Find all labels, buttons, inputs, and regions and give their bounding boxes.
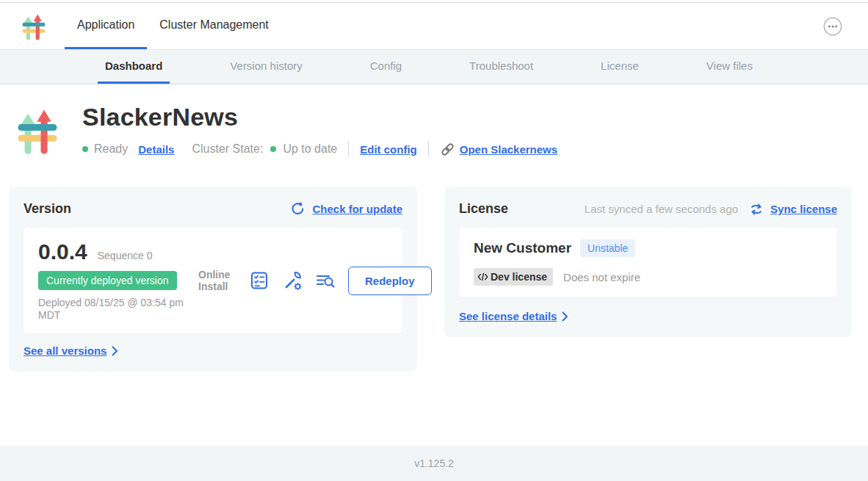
license-card: License Last synced a few seconds ago Sy… — [444, 187, 852, 337]
tab-cluster-management-label: Cluster Management — [159, 18, 269, 32]
app-status-dot — [82, 146, 88, 152]
sync-license-link[interactable]: Sync license — [770, 203, 837, 215]
app-head: SlackerNews Ready Details Cluster State:… — [9, 103, 861, 157]
subnav-config[interactable]: Config — [363, 50, 409, 84]
overflow-menu-icon[interactable] — [822, 16, 843, 37]
version-card: Version Check for update 0.0.4 Sequence … — [9, 187, 417, 372]
app-header: Application Cluster Management — [0, 3, 868, 50]
edit-config-link[interactable]: Edit config — [360, 143, 417, 156]
deployed-timestamp: Deployed 08/15/25 @ 03:54 pm MDT — [38, 297, 198, 322]
chevron-right-icon — [112, 346, 118, 356]
customer-name: New Customer — [474, 240, 571, 256]
subnav-troubleshoot[interactable]: Troubleshoot — [462, 50, 540, 84]
dashboard-cards: Version Check for update 0.0.4 Sequence … — [9, 187, 861, 372]
open-app-link[interactable]: Open Slackernews — [460, 143, 557, 156]
cluster-state-value: Up to date — [283, 142, 337, 156]
channel-badge: Unstable — [580, 239, 635, 257]
cluster-state-label: Cluster State: — [192, 142, 263, 156]
app-subnav: Dashboard Version history Config Trouble… — [0, 50, 868, 84]
see-license-details-link[interactable]: See license details — [459, 310, 557, 322]
license-card-title: License — [459, 201, 508, 217]
cluster-state-dot — [270, 146, 276, 152]
replicated-logo-icon — [21, 12, 47, 41]
license-details-panel: New Customer Unstable Dev license — [459, 228, 837, 297]
subnav-view-files[interactable]: View files — [699, 50, 760, 84]
version-actions: Online Install — [198, 267, 435, 295]
tab-application[interactable]: Application — [65, 3, 147, 49]
page-title: SlackerNews — [82, 103, 557, 131]
deployed-status-badge: Currently deployed version — [38, 271, 177, 290]
version-card-title: Version — [23, 201, 71, 217]
subnav-view-files-label: View files — [706, 59, 753, 72]
version-info: 0.0.4 Sequence 0 Currently deployed vers… — [38, 239, 198, 322]
tab-cluster-management[interactable]: Cluster Management — [147, 3, 281, 49]
check-for-update-link[interactable]: Check for update — [312, 203, 402, 215]
subnav-license-label: License — [601, 59, 639, 72]
divider — [348, 141, 349, 157]
app-status-row: Ready Details Cluster State: Up to date … — [82, 141, 557, 157]
status-details-link[interactable]: Details — [138, 143, 174, 156]
console-footer: v1.125.2 — [0, 446, 868, 481]
subnav-config-label: Config — [370, 59, 402, 72]
see-all-versions-link[interactable]: See all versions — [23, 344, 106, 357]
version-number: 0.0.4 — [38, 239, 87, 264]
divider — [428, 141, 429, 157]
version-sequence: Sequence 0 — [98, 250, 153, 261]
main-content: SlackerNews Ready Details Cluster State:… — [0, 84, 868, 446]
subnav-version-history[interactable]: Version history — [223, 50, 309, 84]
subnav-dashboard-label: Dashboard — [105, 59, 162, 72]
sync-arrows-icon[interactable] — [749, 202, 764, 217]
license-expiry: Does not expire — [563, 271, 640, 283]
slackernews-logo-icon — [15, 104, 60, 157]
check-update-refresh-icon[interactable] — [290, 201, 305, 217]
view-logs-magnifier-icon[interactable] — [315, 270, 336, 291]
tab-application-label: Application — [77, 18, 134, 32]
console-version: v1.125.2 — [414, 458, 454, 469]
preflight-checklist-icon[interactable] — [249, 270, 270, 291]
redeploy-button[interactable]: Redeploy — [348, 267, 432, 295]
subnav-dashboard[interactable]: Dashboard — [98, 50, 170, 84]
license-type-label: Dev license — [491, 271, 547, 283]
header-spacer — [281, 3, 822, 49]
app-status-text: Ready — [94, 142, 128, 156]
install-type-label: Online Install — [198, 269, 236, 292]
header-tabs: Application Cluster Management — [65, 3, 281, 49]
chevron-right-icon — [562, 311, 568, 322]
code-brackets-icon — [477, 272, 488, 281]
current-version-panel: 0.0.4 Sequence 0 Currently deployed vers… — [23, 228, 402, 333]
subnav-version-history-label: Version history — [230, 59, 302, 72]
subnav-troubleshoot-label: Troubleshoot — [469, 59, 533, 72]
license-type-badge: Dev license — [474, 268, 553, 286]
license-last-synced: Last synced a few seconds ago — [585, 203, 738, 215]
config-wrench-gear-icon[interactable] — [282, 270, 303, 291]
chain-link-icon — [440, 142, 455, 157]
subnav-license[interactable]: License — [593, 50, 646, 84]
